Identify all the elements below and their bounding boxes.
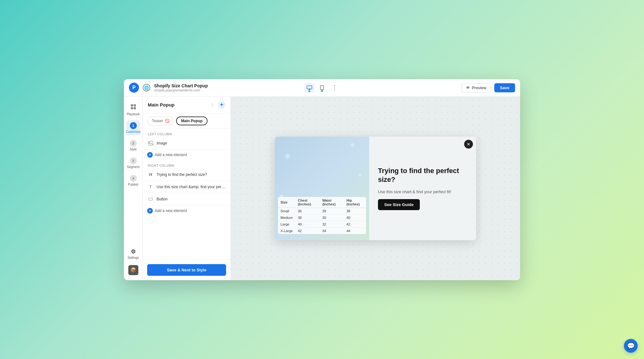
svg-rect-6 (134, 107, 136, 109)
svg-rect-4 (134, 104, 136, 106)
more-panel-btn[interactable]: ⋮ (208, 101, 216, 109)
popup-close-button[interactable]: ✕ (464, 140, 473, 149)
nav-item-playbook[interactable]: Playbook (126, 102, 140, 118)
col-hip: Hip (Inches) (344, 197, 366, 208)
style-label: Style (130, 148, 136, 151)
text-element-label: Use this size chart &amp; find your perf… (157, 185, 226, 189)
left-column-label: LEFT COLUMN (143, 129, 230, 137)
gear-icon: ⚙ (131, 248, 136, 255)
playbook-label: Playbook (127, 112, 140, 116)
save-button[interactable]: Save (494, 83, 515, 92)
popup-subtext: Use this size chart & find your perfect … (378, 189, 467, 195)
svg-rect-3 (131, 104, 133, 106)
add-left-icon: + (147, 152, 153, 158)
nav-storage-btn[interactable]: 📦 (128, 265, 138, 275)
nav-item-style[interactable]: 2 Style (126, 138, 140, 153)
style-step: 2 (130, 140, 137, 147)
nav-item-customize[interactable]: 1 Customize (126, 120, 140, 135)
desktop-device-btn[interactable] (304, 83, 314, 93)
svg-rect-9 (149, 198, 153, 200)
tabs-row: Teaser 🚫 Main Popup (143, 113, 230, 129)
table-row: X-Large423444 (278, 227, 366, 234)
panel-title: Main Popup (148, 102, 175, 107)
svg-point-2 (322, 89, 322, 90)
right-column-label: RIGHT COLUMN (143, 160, 230, 169)
panel-header: Main Popup ⋮ + (143, 97, 230, 113)
segment-label: Segment (127, 165, 139, 169)
preview-area: ✕ ❄ ❄ ❄ ❅ ❄ Size Chest (Inche (231, 97, 520, 280)
size-table: Size Chest (Inches) Waist (Inches) Hip (… (278, 197, 366, 234)
heading-element-label: Trying to find the perfect size? (157, 172, 226, 177)
add-left-label: Add a new element (155, 153, 187, 157)
nav-item-publish[interactable]: 4 Publish (126, 173, 140, 188)
globe-icon: 🌐 (143, 84, 150, 91)
snowflake-1: ❄ (284, 152, 291, 161)
nav-item-settings[interactable]: ⚙ Settings (126, 246, 140, 261)
preview-button[interactable]: 👁 Preview (461, 83, 491, 92)
chat-bubble-button[interactable]: 💬 (624, 339, 638, 353)
box-icon: 📦 (130, 267, 136, 273)
element-heading[interactable]: H Trying to find the perfect size? (143, 169, 230, 181)
settings-label: Settings (127, 256, 139, 259)
svg-point-8 (149, 142, 150, 143)
add-right-icon: + (147, 208, 153, 214)
button-element-label: Button (157, 197, 226, 201)
add-panel-btn[interactable]: + (218, 101, 225, 109)
text-icon: T (147, 183, 154, 190)
size-table-wrapper: Size Chest (Inches) Waist (Inches) Hip (… (278, 197, 366, 234)
snowflake-2: ❄ (350, 142, 355, 149)
add-right-label: Add a new element (155, 209, 187, 213)
table-row: Medium383040 (278, 214, 366, 221)
svg-rect-5 (131, 107, 133, 109)
eye-icon: 👁 (466, 85, 470, 90)
tab-teaser[interactable]: Teaser 🚫 (147, 117, 174, 125)
table-row: Large403242 (278, 221, 366, 227)
add-right-element[interactable]: + Add a new element (143, 205, 230, 216)
col-size: Size (278, 197, 295, 208)
customize-label: Customize (126, 130, 141, 133)
app-window: P 🌐 Shopify Size Chart Popup shopify.pop… (124, 79, 520, 280)
popup-left-panel: ❄ ❄ ❄ ❅ ❄ Size Chest (Inches) Waist (Inc… (275, 137, 369, 240)
device-switcher: ⋮ (304, 83, 340, 93)
playbook-icon (130, 104, 136, 112)
more-options-btn[interactable]: ⋮ (330, 83, 340, 93)
panel-content: LEFT COLUMN Image + Add a new element (143, 129, 230, 259)
publish-label: Publish (128, 183, 138, 186)
snowflake-3: ❄ (358, 173, 362, 178)
col-waist: Waist (Inches) (320, 197, 344, 208)
app-logo: P (129, 83, 139, 93)
panel-footer: Save & Next to Style (143, 259, 230, 280)
customize-step: 1 (130, 122, 137, 129)
desktop-status-dot (308, 90, 310, 92)
icon-nav: Playbook 1 Customize 2 Style 3 Segment 4… (124, 97, 143, 280)
panel-header-actions: ⋮ + (208, 101, 225, 109)
icon-nav-bottom: ⚙ Settings 📦 (126, 246, 140, 275)
add-left-element[interactable]: + Add a new element (143, 150, 230, 160)
mobile-device-btn[interactable] (317, 83, 327, 93)
element-text[interactable]: T Use this size chart &amp; find your pe… (143, 181, 230, 193)
hide-icon: 🚫 (165, 119, 169, 123)
topbar-actions: 👁 Preview Save (461, 83, 515, 92)
popup-right-panel: Trying to find the perfect size? Use thi… (369, 137, 476, 240)
tab-main-popup[interactable]: Main Popup (176, 117, 208, 125)
segment-step: 3 (130, 157, 137, 164)
element-button[interactable]: Button (143, 193, 230, 205)
nav-item-segment[interactable]: 3 Segment (126, 155, 140, 171)
save-next-button[interactable]: Save & Next to Style (147, 264, 226, 276)
heading-icon: H (147, 171, 154, 178)
popup-heading: Trying to find the perfect size? (378, 166, 467, 184)
chat-icon: 💬 (627, 342, 635, 350)
image-icon (147, 140, 154, 147)
mobile-status-dot (321, 90, 323, 92)
image-element-label: Image (157, 141, 226, 145)
col-chest: Chest (Inches) (295, 197, 320, 208)
table-row: Small362838 (278, 208, 366, 214)
panel: Main Popup ⋮ + Teaser 🚫 Main Popup (143, 97, 231, 280)
publish-step: 4 (130, 175, 137, 182)
topbar: P 🌐 Shopify Size Chart Popup shopify.pop… (124, 79, 520, 97)
button-icon (147, 196, 154, 203)
popup-cta-button[interactable]: See Size Guide (378, 199, 420, 210)
main-layout: Playbook 1 Customize 2 Style 3 Segment 4… (124, 97, 520, 280)
element-image[interactable]: Image (143, 137, 230, 150)
svg-rect-0 (307, 86, 312, 89)
